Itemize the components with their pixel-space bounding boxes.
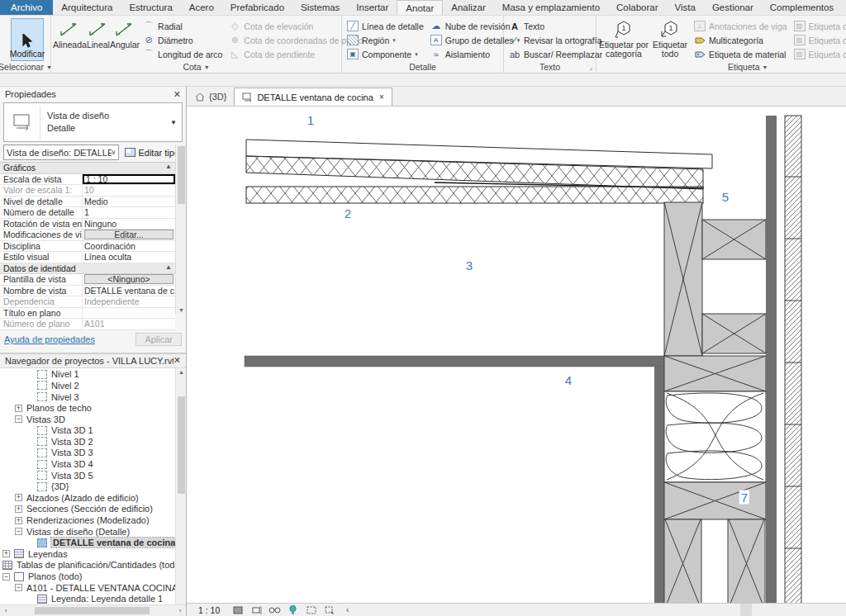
ribbon-tab[interactable]: Colaborar (608, 0, 667, 15)
ribbon-tab[interactable]: Prefabricado (222, 0, 292, 15)
property-row[interactable]: Rotación de vista en ... ▲ Ninguno (0, 219, 175, 230)
annotation-2[interactable]: 2 (345, 206, 351, 220)
region-button[interactable]: Región▾ (347, 33, 424, 47)
tree-item[interactable]: Nivel 2 (0, 380, 175, 391)
scrollbar-thumb[interactable] (178, 396, 185, 494)
annotation-4[interactable]: 4 (565, 373, 572, 387)
property-value[interactable]: DETALLE VENTANA C (83, 330, 175, 331)
property-value[interactable]: 1 (83, 207, 175, 218)
scrollbar-thumb[interactable] (35, 607, 150, 614)
show-crop-region-icon[interactable] (323, 604, 335, 615)
close-icon[interactable]: ✕ (173, 89, 181, 100)
panel-label-cota[interactable]: Cota▼ (53, 61, 340, 73)
tree-item[interactable]: A101 - DETALLE VENTANA COCINA (0, 582, 175, 594)
tree-item[interactable]: Vistas 3D (0, 414, 175, 425)
dimension-big-button[interactable]: Lineal (87, 17, 110, 61)
tree-expander-icon[interactable] (15, 528, 22, 535)
property-row[interactable]: Nombre de vista ▲ DETALLE ventana de c..… (0, 286, 175, 297)
tree-item[interactable]: Nivel 1 (0, 369, 175, 381)
ribbon-tab[interactable]: Vista (667, 0, 704, 15)
scroll-up-icon[interactable]: ▲ (176, 369, 187, 375)
property-row[interactable]: Disciplina ▲ Coordinación (0, 241, 175, 253)
tree-item[interactable]: DETALLE ventana de cocina (0, 537, 175, 548)
ribbon-tab[interactable]: Anotar (397, 0, 443, 15)
ribbon-tab[interactable]: Acero (181, 0, 222, 15)
collapse-arrow-icon[interactable]: ‹ (341, 604, 354, 615)
crop-view-icon[interactable] (305, 604, 317, 615)
section-collapse-icon[interactable]: ▲ (165, 163, 175, 173)
spelling-button[interactable]: ✓Revisar la ortografía (509, 33, 602, 47)
visual-style-icon[interactable] (232, 604, 245, 615)
tree-expander-icon[interactable] (15, 505, 22, 513)
tree-item[interactable]: Vista 3D 2 (0, 436, 175, 448)
annotation-5[interactable]: 5 (722, 190, 729, 204)
scroll-right-icon[interactable]: › (174, 607, 186, 614)
radial-dimension-button[interactable]: ⌒Radial (143, 19, 222, 33)
chevron-down-icon[interactable]: ▼ (170, 119, 182, 126)
property-value[interactable]: Independiente (83, 296, 175, 307)
close-icon[interactable]: × (379, 92, 384, 102)
ribbon-tab[interactable]: Arquitectura (53, 0, 121, 15)
view-tab-3d[interactable]: {3D} (188, 88, 234, 106)
ribbon-tab[interactable]: Complementos (762, 0, 842, 15)
property-value[interactable]: Línea oculta (83, 252, 175, 263)
panel-label-etiqueta[interactable]: Etiqueta▼ (598, 61, 846, 73)
property-value[interactable] (83, 308, 175, 319)
ribbon-tab[interactable]: Archivo (0, 0, 53, 15)
sun-shadows-icon[interactable] (250, 604, 263, 615)
property-row[interactable]: Valor de escala 1: ▲ 10 (0, 185, 175, 197)
property-row[interactable]: Dependencia ▲ Independiente (0, 296, 175, 308)
property-row[interactable]: Número de detalle ▲ 1 (0, 207, 175, 219)
arc-length-dimension-button[interactable]: ⌒Longitud de arco (143, 47, 222, 61)
scroll-down-icon[interactable]: ▼ (176, 307, 187, 313)
property-value[interactable]: Editar... (83, 230, 175, 240)
diameter-dimension-button[interactable]: ⊘Diámetro (143, 33, 222, 47)
view-tab-detail[interactable]: DETALLE ventana de cocina × (234, 88, 392, 106)
property-row[interactable]: Escala de vista ▲ 1 : 10 (0, 174, 175, 186)
property-value[interactable]: 1 : 10 (83, 174, 175, 185)
panel-label-seleccionar[interactable]: Seleccionar▼ (2, 61, 49, 73)
drawing-canvas[interactable]: 1 2 3 4 5 7 (187, 106, 846, 603)
material-tag-button[interactable]: Etiqueta de material (694, 47, 787, 61)
detail-line-button[interactable]: ╱Línea de detalle (347, 19, 424, 33)
property-value[interactable]: DETALLE ventana de c... (83, 286, 175, 296)
tag-all-button[interactable]: 1 Etiquetar todo (649, 17, 691, 61)
ribbon-tab[interactable]: Analizar (443, 0, 494, 15)
tree-expander-icon[interactable] (15, 517, 22, 524)
property-value[interactable]: Coordinación (83, 241, 175, 252)
multi-category-button[interactable]: Multicategoría (694, 33, 787, 47)
edit-type-button[interactable]: Editar tipo (121, 145, 183, 160)
panel-label-texto[interactable]: Texto⌟ (506, 61, 594, 73)
tree-expander-icon[interactable] (15, 494, 22, 501)
tree-item[interactable]: Planos (todo) (0, 571, 175, 582)
ribbon-tab[interactable]: Gestionar (704, 0, 762, 15)
type-selector[interactable]: Vista de diseño Detalle ▼ (3, 102, 183, 142)
tree-item[interactable]: Planos de techo (0, 402, 175, 414)
property-row[interactable]: Plantilla de vista ▲ <Ninguno> (0, 274, 175, 286)
property-row[interactable]: Estilo visual ▲ Línea oculta (0, 252, 175, 263)
tree-item[interactable]: Nivel 3 (0, 391, 175, 403)
find-replace-button[interactable]: abBuscar/ Reemplazar (509, 47, 602, 61)
tree-item[interactable]: Vista 3D 3 (0, 448, 175, 459)
annotation-1[interactable]: 1 (307, 113, 314, 127)
property-row[interactable]: Datos de identidad ▲ (0, 263, 175, 275)
tree-item[interactable]: Secciones (Sección de edificio) (0, 504, 175, 515)
annotation-7[interactable]: 7 (739, 490, 749, 505)
tree-item[interactable]: Alzados (Alzado de edificio) (0, 492, 175, 504)
temporary-hide-isolate-icon[interactable] (269, 604, 281, 615)
property-value[interactable]: A101 (83, 319, 175, 329)
view-selector-combo[interactable]: Vista de diseño: DETALLE ventana c ∨ (3, 145, 119, 160)
tree-item[interactable]: Vista 3D 1 (0, 425, 175, 437)
tree-item[interactable]: Tablas de planificación/Cantidades (todo… (0, 560, 175, 571)
ribbon-tab[interactable]: Insertar (348, 0, 397, 15)
section-collapse-icon[interactable]: ▲ (165, 263, 175, 274)
property-value[interactable]: Medio (83, 197, 175, 207)
text-button[interactable]: ATexto (509, 19, 602, 33)
tree-item[interactable]: Vista 3D 5 (0, 470, 175, 481)
browser-vertical-scrollbar[interactable]: ▲ (175, 368, 186, 604)
ribbon-tab[interactable]: Sistemas (292, 0, 348, 15)
property-row[interactable]: Nivel de detalle ▲ Medio (0, 197, 175, 208)
dimension-big-button[interactable]: Alineada (53, 17, 87, 61)
property-row[interactable]: Modificaciones de vis... ▲ Editar... (0, 230, 175, 241)
scrollbar-thumb[interactable] (178, 146, 185, 204)
